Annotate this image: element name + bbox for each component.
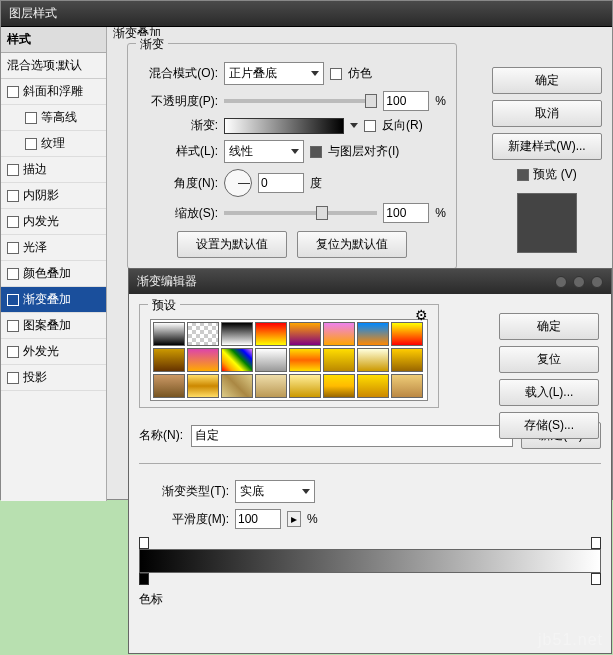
gradient-swatch[interactable]: [224, 118, 344, 134]
preset-swatch[interactable]: [357, 374, 389, 398]
ge-title: 渐变编辑器: [137, 273, 197, 290]
style-item-color-overlay[interactable]: 颜色叠加: [1, 261, 106, 287]
checkbox[interactable]: [25, 138, 37, 150]
chevron-down-icon[interactable]: [350, 123, 358, 128]
checkbox[interactable]: [7, 320, 19, 332]
window-controls: [555, 276, 603, 288]
chevron-down-icon: [302, 489, 310, 494]
style-select[interactable]: 线性: [224, 140, 304, 163]
checkbox[interactable]: [7, 190, 19, 202]
checkbox[interactable]: [7, 242, 19, 254]
style-item-texture[interactable]: 纹理: [1, 131, 106, 157]
preset-swatch[interactable]: [391, 374, 423, 398]
gear-icon[interactable]: ⚙: [415, 307, 428, 323]
reset-default-button[interactable]: 复位为默认值: [297, 231, 407, 258]
preset-swatch[interactable]: [357, 348, 389, 372]
preset-swatch[interactable]: [289, 322, 321, 346]
unit: 度: [310, 175, 322, 192]
style-item-inner-shadow[interactable]: 内阴影: [1, 183, 106, 209]
preset-swatch[interactable]: [187, 322, 219, 346]
color-stop[interactable]: [591, 573, 601, 585]
style-item-stroke[interactable]: 描边: [1, 157, 106, 183]
checkbox[interactable]: [7, 268, 19, 280]
style-item-gradient-overlay[interactable]: 渐变叠加: [1, 287, 106, 313]
style-item-pattern-overlay[interactable]: 图案叠加: [1, 313, 106, 339]
checkbox[interactable]: [7, 294, 19, 306]
window-button[interactable]: [555, 276, 567, 288]
window-button[interactable]: [573, 276, 585, 288]
window-button[interactable]: [591, 276, 603, 288]
blend-options[interactable]: 混合选项:默认: [1, 53, 106, 79]
checkbox[interactable]: [7, 164, 19, 176]
checkbox[interactable]: [7, 86, 19, 98]
style-item-drop-shadow[interactable]: 投影: [1, 365, 106, 391]
gradient-ramp[interactable]: [139, 549, 601, 573]
preset-swatch[interactable]: [153, 348, 185, 372]
scale-input[interactable]: [383, 203, 429, 223]
preset-swatch[interactable]: [391, 322, 423, 346]
checkbox[interactable]: [7, 372, 19, 384]
preview-swatch: [517, 193, 577, 253]
ok-button[interactable]: 确定: [492, 67, 602, 94]
style-item-contour[interactable]: 等高线: [1, 105, 106, 131]
ge-reset-button[interactable]: 复位: [499, 346, 599, 373]
opacity-stop[interactable]: [139, 537, 149, 549]
gradient-type-select[interactable]: 实底: [235, 480, 315, 503]
preset-swatch[interactable]: [153, 374, 185, 398]
preset-swatch[interactable]: [153, 322, 185, 346]
ge-ok-button[interactable]: 确定: [499, 313, 599, 340]
preset-swatch[interactable]: [187, 348, 219, 372]
dither-checkbox[interactable]: [330, 68, 342, 80]
preset-swatch[interactable]: [221, 348, 253, 372]
ge-load-button[interactable]: 载入(L)...: [499, 379, 599, 406]
unit: %: [435, 206, 446, 220]
styles-header[interactable]: 样式: [1, 27, 106, 53]
scale-label: 缩放(S):: [138, 205, 218, 222]
set-default-button[interactable]: 设置为默认值: [177, 231, 287, 258]
style-item-bevel[interactable]: 斜面和浮雕: [1, 79, 106, 105]
opacity-stop[interactable]: [591, 537, 601, 549]
style-item-inner-glow[interactable]: 内发光: [1, 209, 106, 235]
preset-swatch[interactable]: [323, 348, 355, 372]
ramp-bar[interactable]: [139, 549, 601, 573]
unit: %: [435, 94, 446, 108]
color-stop[interactable]: [139, 573, 149, 585]
opacity-input[interactable]: [383, 91, 429, 111]
angle-dial[interactable]: [224, 169, 252, 197]
checkbox[interactable]: [7, 216, 19, 228]
checkbox[interactable]: [7, 346, 19, 358]
scale-slider[interactable]: [224, 211, 377, 215]
preset-swatch[interactable]: [323, 322, 355, 346]
checkbox[interactable]: [25, 112, 37, 124]
preset-swatch[interactable]: [255, 348, 287, 372]
preset-swatch[interactable]: [323, 374, 355, 398]
preset-swatch[interactable]: [255, 322, 287, 346]
reverse-checkbox[interactable]: [364, 120, 376, 132]
preset-swatch[interactable]: [187, 374, 219, 398]
align-checkbox[interactable]: [310, 146, 322, 158]
smoothness-input[interactable]: [235, 509, 281, 529]
stepper-icon[interactable]: ▸: [287, 511, 301, 527]
name-input[interactable]: [191, 425, 513, 447]
preview-label: 预览 (V): [533, 166, 576, 183]
preset-swatch[interactable]: [289, 348, 321, 372]
group-legend: 渐变: [136, 36, 168, 53]
preset-swatch[interactable]: [221, 374, 253, 398]
style-item-outer-glow[interactable]: 外发光: [1, 339, 106, 365]
preset-swatch[interactable]: [391, 348, 423, 372]
preset-swatch[interactable]: [221, 322, 253, 346]
blend-mode-select[interactable]: 正片叠底: [224, 62, 324, 85]
preview-checkbox[interactable]: [517, 169, 529, 181]
preset-swatch[interactable]: [357, 322, 389, 346]
angle-input[interactable]: [258, 173, 304, 193]
style-item-satin[interactable]: 光泽: [1, 235, 106, 261]
cancel-button[interactable]: 取消: [492, 100, 602, 127]
preset-swatch[interactable]: [255, 374, 287, 398]
ge-save-button[interactable]: 存储(S)...: [499, 412, 599, 439]
gradient-group: 渐变 混合模式(O): 正片叠底 仿色 不透明度(P): % 渐变:: [127, 43, 457, 269]
opacity-slider[interactable]: [224, 99, 377, 103]
presets-label: 预设: [148, 297, 180, 314]
angle-label: 角度(N):: [138, 175, 218, 192]
new-style-button[interactable]: 新建样式(W)...: [492, 133, 602, 160]
preset-swatch[interactable]: [289, 374, 321, 398]
